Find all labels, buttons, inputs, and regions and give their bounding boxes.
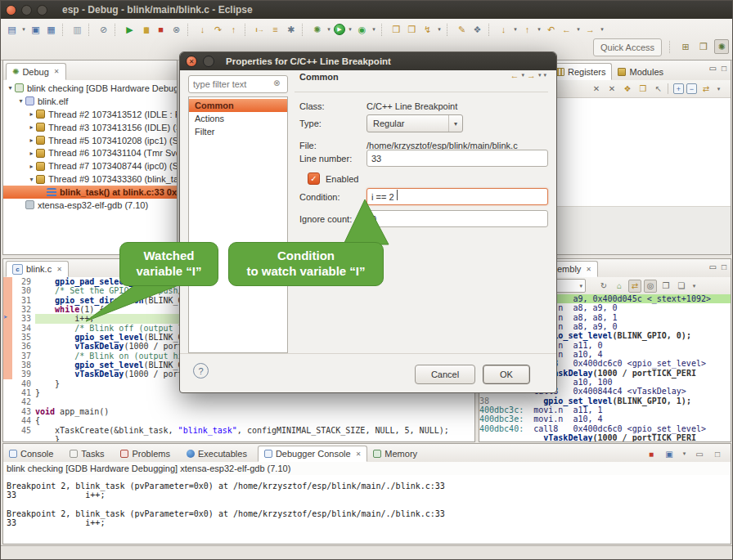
flash-icon[interactable]: ↯ <box>420 23 434 37</box>
collapse-all-icon[interactable]: − <box>686 83 697 94</box>
add-watchpoint-icon[interactable]: ❖ <box>621 83 634 96</box>
disassembly-row[interactable]: 400dbc40: call8 0x400dc6c0 <gpio_set_lev… <box>479 424 731 433</box>
step-over-icon[interactable]: ↷ <box>211 23 225 37</box>
disconnect-icon[interactable]: ⊗ <box>169 23 183 37</box>
toolbar-separator[interactable] <box>115 24 119 36</box>
tab-registers[interactable]: Registers <box>550 63 612 80</box>
dialog-nav-common[interactable]: Common <box>189 99 287 112</box>
resume-icon[interactable]: ▶ <box>123 23 137 37</box>
display-selected-console-icon[interactable]: ▣ <box>663 447 676 460</box>
suspend-icon[interactable]: ▮▮ <box>138 23 152 37</box>
open-debug-config-icon[interactable]: ❒ <box>389 23 403 37</box>
expander-icon[interactable]: ▸ <box>27 110 36 118</box>
gutter-annotation[interactable]: ➤ <box>3 352 12 361</box>
save-all-icon[interactable]: ▦ <box>44 23 58 37</box>
run-dropdown-icon[interactable]: ▾ <box>347 23 353 37</box>
toolbar-separator[interactable] <box>187 24 191 36</box>
toolbar-separator[interactable] <box>447 24 451 36</box>
tree-item-thread-7[interactable]: ▸ Thread #7 1073408744 (ipc0) (Susp <box>3 159 177 172</box>
window-close-icon[interactable] <box>6 5 16 16</box>
gutter-annotation[interactable]: ➤ <box>3 342 12 351</box>
toolbar-separator[interactable] <box>488 24 492 36</box>
next-annotation-dropdown-icon[interactable]: ▾ <box>512 23 519 37</box>
toolbar-separator[interactable] <box>302 24 306 36</box>
binary-display-icon[interactable]: ▥ <box>70 23 84 37</box>
gutter-annotation[interactable]: ➤ <box>3 388 12 397</box>
terminate-console-icon[interactable]: ■ <box>645 447 658 460</box>
tree-item-thread-9[interactable]: ▾ Thread #9 1073433360 (blink_task <box>3 172 177 186</box>
expander-icon[interactable]: ▸ <box>27 123 36 131</box>
open-perspective-icon[interactable]: ⊞ <box>678 39 693 54</box>
remove-selected-icon[interactable]: ✕ <box>590 83 603 96</box>
select-pointer-icon[interactable]: ↖ <box>652 83 665 96</box>
clear-filter-icon[interactable]: ⊗ <box>273 78 280 87</box>
gutter-annotation[interactable]: ➤ <box>3 407 12 416</box>
instruction-pointer-icon[interactable]: ➤ <box>3 313 7 322</box>
cancel-button[interactable]: Cancel <box>415 365 475 384</box>
back-icon[interactable]: ← <box>510 70 519 80</box>
close-tab-icon[interactable]: ✕ <box>356 450 362 458</box>
forward-dropdown-icon[interactable]: ▾ <box>538 72 542 78</box>
back-dropdown-icon[interactable]: ▾ <box>575 23 582 37</box>
mark-occurrences-icon[interactable]: ✎ <box>455 23 469 37</box>
minimize-icon[interactable]: ▭ <box>709 262 717 271</box>
expander-icon[interactable]: ▾ <box>16 97 25 105</box>
gutter-annotation[interactable]: ➤ <box>3 416 12 425</box>
layout-icon[interactable]: ⇄ <box>699 83 713 96</box>
gutter-annotation[interactable]: ➤ <box>3 324 12 333</box>
show-debug-view-icon[interactable]: ≡ <box>268 23 282 37</box>
code-line[interactable]: ➤ } <box>3 435 474 441</box>
enabled-checkbox[interactable]: ✓ <box>308 172 320 185</box>
code-line[interactable]: ➤ 43 void app_main() <box>3 407 474 416</box>
restart-icon[interactable]: ✱ <box>284 23 298 37</box>
debug-dropdown-icon[interactable]: ▾ <box>326 23 332 37</box>
tree-item-thread-2[interactable]: ▸ Thread #2 1073413512 (IDLE : Runn <box>3 108 177 121</box>
tab-debugger-console[interactable]: Debugger Console ✕ <box>258 446 367 462</box>
link-with-editor-icon[interactable]: ❖ <box>470 23 484 37</box>
disassembly-row[interactable]: 400dbc3e: movi.n a10, 4 <box>479 414 731 423</box>
quick-access-button[interactable]: Quick Access <box>593 38 662 56</box>
type-dropdown[interactable]: Regular ▾ <box>366 114 463 132</box>
toolbar-separator[interactable] <box>62 24 66 36</box>
code-line[interactable]: ➤ 44 { <box>3 416 474 425</box>
track-expression-icon[interactable]: ◎ <box>644 280 657 293</box>
tab-debug[interactable]: ✺ Debug ✕ <box>6 63 66 80</box>
maximize-icon[interactable]: □ <box>722 262 726 271</box>
tree-item-thread-5[interactable]: ▸ Thread #5 1073410208 (ipc1) (Susp <box>3 134 177 147</box>
cpp-perspective-icon[interactable]: ❒ <box>696 39 711 54</box>
forward-icon[interactable]: → <box>583 23 597 37</box>
expander-icon[interactable]: ▾ <box>6 84 15 92</box>
maximize-icon[interactable]: □ <box>711 447 724 460</box>
gutter-annotation[interactable]: ➤ <box>3 286 12 295</box>
line-number-input[interactable] <box>366 150 548 167</box>
gutter-annotation[interactable]: ➤ <box>3 361 12 370</box>
terminate-icon[interactable]: ■ <box>154 23 168 37</box>
ok-button[interactable]: OK <box>483 365 530 384</box>
go-to-pc-icon[interactable]: ⌂ <box>613 280 626 293</box>
tab-memory[interactable]: Memory <box>367 446 428 462</box>
tree-item-stack-frame[interactable]: blink_task() at blink.c:33 0x400db <box>3 186 177 199</box>
instruction-stepping-icon[interactable]: i→ <box>253 23 267 37</box>
last-edit-location-icon[interactable]: ↶ <box>544 23 558 37</box>
skip-breakpoints-icon[interactable]: ⊘ <box>97 23 110 37</box>
gutter-annotation[interactable]: ➤ <box>3 435 12 441</box>
dialog-nav-filter[interactable]: Filter <box>189 125 287 138</box>
toolbar-separator[interactable] <box>88 24 92 36</box>
view-menu-icon[interactable]: ▾ <box>543 72 546 78</box>
gutter-annotation[interactable]: ➤ <box>3 370 12 379</box>
previous-annotation-dropdown-icon[interactable]: ▾ <box>536 23 542 37</box>
tab-console[interactable]: Console <box>3 446 64 462</box>
toolbar-separator[interactable] <box>245 24 249 36</box>
debug-icon[interactable]: ✺ <box>310 23 324 37</box>
dialog-maximize-icon[interactable] <box>203 56 214 67</box>
close-tab-icon[interactable]: ✕ <box>586 266 591 273</box>
back-icon[interactable]: ← <box>560 23 573 37</box>
disassembly-row[interactable]: 400dbc3c: movi.n a11, 1 <box>479 405 731 414</box>
tab-tasks[interactable]: Tasks <box>64 446 115 462</box>
show-columns-icon[interactable]: ❒ <box>636 83 650 96</box>
expander-icon[interactable]: ▸ <box>27 150 36 157</box>
gutter-annotation[interactable]: ➤ <box>3 426 12 435</box>
next-annotation-icon[interactable]: ↓ <box>497 23 510 37</box>
open-console-dropdown-icon[interactable]: ▾ <box>681 447 688 460</box>
dialog-close-icon[interactable]: ✕ <box>186 56 197 67</box>
